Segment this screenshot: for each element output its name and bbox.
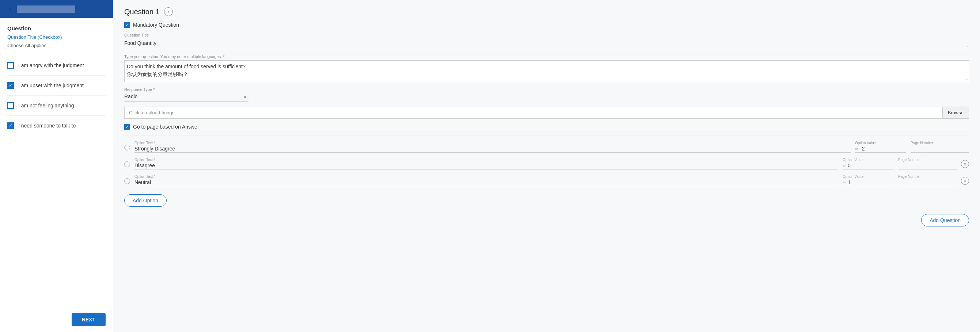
response-type-group: Response Type * Radio Checkbox Text Rati…	[124, 87, 969, 102]
checkbox-label-4: I need someone to talk to	[18, 123, 76, 129]
page-num-group-2: Page Number	[898, 158, 957, 170]
pencil-icon-1: ✏	[855, 146, 859, 152]
response-type-label: Response Type *	[124, 87, 969, 92]
list-item: I am angry with the judgment	[7, 56, 106, 76]
option-text-label-2: Option Text *	[134, 158, 838, 162]
remove-option-2-button[interactable]: x	[961, 160, 969, 168]
option-text-input-2[interactable]	[134, 162, 838, 170]
resize-icon: ⌟	[966, 43, 968, 48]
option-text-group-2: Option Text *	[134, 158, 838, 170]
question-title-input[interactable]	[124, 39, 969, 48]
textarea-resize-icon: ⌟	[966, 75, 967, 81]
upload-row: Click to upload Image Browse	[124, 106, 969, 119]
goto-page-row: Go to page based on Answer	[124, 124, 969, 130]
option-text-group-1: Option Text *	[134, 141, 851, 152]
mandatory-label: Mandatory Question	[133, 22, 179, 28]
option-value-label-2: Option Value	[843, 158, 894, 162]
right-panel: Question 1 x Mandatory Question Question…	[113, 0, 980, 332]
option-value-inner-1: ✏	[855, 146, 906, 152]
pencil-icon-3: ✏	[843, 180, 846, 185]
checkbox-label-1: I am angry with the judgment	[18, 62, 84, 68]
checkbox-2[interactable]	[7, 82, 14, 89]
next-button[interactable]: NEXT	[72, 313, 106, 326]
checkbox-label-3: I am not feeling anything	[18, 103, 74, 108]
mandatory-row: Mandatory Question	[124, 22, 969, 28]
question-body-label: Type your question. You may enter multip…	[124, 54, 969, 59]
remove-option-3-button[interactable]: x	[961, 177, 969, 185]
page-num-input-3[interactable]	[898, 180, 957, 186]
close-question-icon[interactable]: x	[164, 7, 173, 16]
option-row-1: Option Text * Option Value ✏ Page Number	[124, 141, 969, 152]
browse-button[interactable]: Browse	[942, 107, 969, 118]
option-value-input-2[interactable]	[848, 162, 877, 169]
back-arrow-icon[interactable]: ←	[6, 5, 13, 13]
page-num-label-1: Page Number	[911, 141, 969, 145]
page-num-label-3: Page Number	[898, 175, 957, 179]
list-item: I am upset with the judgment	[7, 76, 106, 96]
left-content: Question Question Title (Checkbox) Choos…	[0, 18, 113, 307]
left-footer: NEXT	[0, 307, 113, 332]
page-num-input-1[interactable]	[911, 146, 969, 152]
list-item: I need someone to talk to	[7, 116, 106, 135]
question-header: Question 1 x	[124, 7, 969, 16]
dropdown-arrow-icon: ▾	[244, 94, 246, 100]
option-value-inner-2: ✏	[843, 162, 894, 170]
list-item: I am not feeling anything	[7, 96, 106, 116]
page-num-group-3: Page Number	[898, 175, 957, 186]
goto-page-checkbox[interactable]	[124, 124, 130, 130]
add-option-button[interactable]: Add Option	[124, 194, 167, 207]
checkbox-1[interactable]	[7, 62, 14, 69]
checkbox-3[interactable]	[7, 102, 14, 109]
page-num-group-1: Page Number	[911, 141, 969, 152]
option-text-group-3: Option Text *	[134, 175, 838, 186]
option-value-group-3: Option Value ✏	[843, 175, 894, 186]
option-value-inner-3: ✏	[843, 180, 894, 186]
divider	[124, 135, 969, 136]
upload-text: Click to upload Image	[125, 107, 942, 118]
option-radio-3[interactable]	[124, 178, 130, 184]
option-text-input-3[interactable]	[134, 180, 838, 186]
option-row-3: Option Text * Option Value ✏ Page Number…	[124, 175, 969, 186]
page-num-label-2: Page Number	[898, 158, 957, 162]
option-text-label-1: Option Text *	[134, 141, 851, 145]
question-title-heading: Question 1	[124, 8, 160, 16]
goto-page-label: Go to page based on Answer	[133, 124, 199, 130]
option-row-2: Option Text * Option Value ✏ Page Number…	[124, 158, 969, 170]
left-header: ←	[0, 0, 113, 18]
option-radio-1[interactable]	[124, 145, 130, 151]
response-type-select[interactable]: Radio Checkbox Text Rating	[124, 94, 248, 99]
option-value-group-1: Option Value ✏	[855, 141, 906, 152]
question-title-field: Question Title ⌟	[124, 33, 969, 49]
question-body-field: Type your question. You may enter multip…	[124, 54, 969, 82]
right-footer: Add Question	[124, 214, 969, 226]
question-body-line2: 你认为食物的分量足够吗？	[127, 70, 958, 78]
header-placeholder	[17, 5, 75, 13]
question-title-label: Question Title	[124, 33, 969, 37]
question-body-line1: Do you think the amount of food served i…	[127, 63, 958, 70]
page-num-input-2[interactable]	[898, 162, 957, 170]
question-body-textarea[interactable]: Do you think the amount of food served i…	[124, 60, 969, 82]
checkbox-label-2: I am upset with the judgment	[18, 83, 84, 88]
option-value-label-1: Option Value	[855, 141, 906, 145]
option-value-label-3: Option Value	[843, 175, 894, 179]
left-panel: ← Question Question Title (Checkbox) Cho…	[0, 0, 113, 332]
option-value-group-2: Option Value ✏	[843, 158, 894, 170]
option-value-input-3[interactable]	[848, 180, 877, 186]
checkbox-4[interactable]	[7, 122, 14, 129]
section-title: Question	[7, 25, 106, 32]
mandatory-checkbox[interactable]	[124, 22, 130, 28]
question-title-link[interactable]: Question Title (Checkbox)	[7, 34, 106, 40]
option-text-input-1[interactable]	[134, 146, 851, 152]
option-radio-2[interactable]	[124, 161, 130, 167]
option-value-input-1[interactable]	[860, 146, 889, 152]
pencil-icon-2: ✏	[843, 163, 846, 168]
question-title-wrap: ⌟	[124, 39, 969, 49]
response-type-select-wrap: Radio Checkbox Text Rating ▾	[124, 93, 248, 102]
add-question-button[interactable]: Add Question	[921, 214, 969, 226]
choose-all-label: Choose All applies	[7, 43, 106, 48]
option-text-label-3: Option Text *	[134, 175, 838, 179]
